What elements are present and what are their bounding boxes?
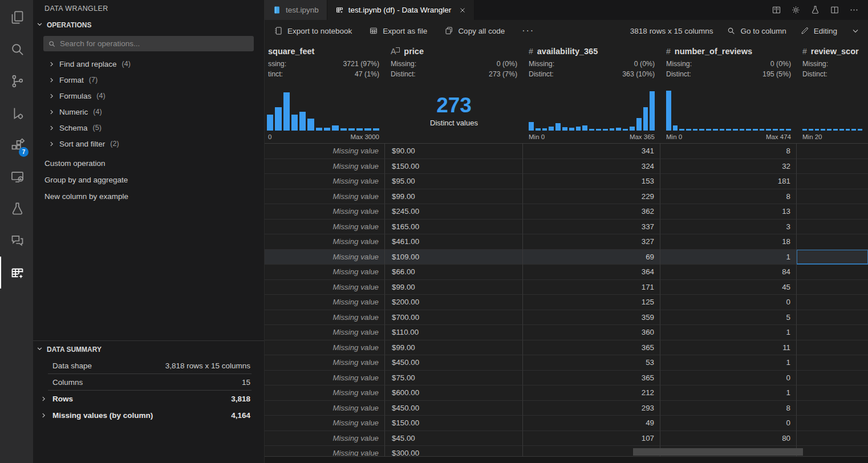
cell-review_scores[interactable]	[797, 401, 868, 416]
operation-group-schema[interactable]: Schema(5)	[33, 120, 264, 136]
cell-review_scores[interactable]	[797, 280, 868, 295]
export-as-file-button[interactable]: Export as file	[369, 26, 427, 35]
cell-square_feet[interactable]: Missing value	[265, 385, 385, 401]
cell-square_feet[interactable]: Missing value	[265, 159, 385, 174]
cell-square_feet[interactable]: Missing value	[265, 355, 385, 371]
summary-row-missing-values-by-column-[interactable]: Missing values (by column)4,164	[33, 407, 264, 424]
cell-price[interactable]: $165.00	[385, 220, 523, 235]
cell-review_scores[interactable]	[797, 144, 868, 159]
cell-review_scores[interactable]	[797, 371, 868, 386]
cell-number_of_reviews[interactable]: 11	[660, 340, 797, 356]
cell-price[interactable]: $110.00	[385, 325, 523, 340]
cell-number_of_reviews[interactable]: 3	[660, 220, 797, 235]
export-to-notebook-button[interactable]: Export to notebook	[274, 26, 352, 35]
cell-price[interactable]: $99.00	[385, 340, 523, 356]
cell-review_scores[interactable]	[797, 325, 868, 340]
cell-number_of_reviews[interactable]: 1	[660, 325, 797, 340]
cell-square_feet[interactable]: Missing value	[265, 174, 385, 189]
cell-number_of_reviews[interactable]: 1	[660, 250, 797, 265]
cell-square_feet[interactable]: Missing value	[265, 295, 385, 310]
selected-cell[interactable]	[797, 250, 868, 265]
cell-review_scores[interactable]	[797, 310, 868, 326]
cell-availability_365[interactable]: 212	[523, 385, 660, 401]
cell-price[interactable]: $461.00	[385, 234, 523, 250]
cell-price[interactable]: $450.00	[385, 401, 523, 416]
cell-review_scores[interactable]	[797, 355, 868, 371]
column-header-price[interactable]: ApriceMissing:0 (0%)Distinct:273 (7%)273…	[385, 42, 523, 143]
cell-square_feet[interactable]: Missing value	[265, 280, 385, 295]
cell-price[interactable]: $600.00	[385, 385, 523, 401]
activity-item-test-beaker[interactable]	[0, 193, 33, 225]
cell-review_scores[interactable]	[797, 295, 868, 310]
cell-review_scores[interactable]	[797, 234, 868, 250]
cell-price[interactable]: $700.00	[385, 310, 523, 326]
cell-number_of_reviews[interactable]: 0	[660, 371, 797, 386]
cell-availability_365[interactable]: 327	[523, 234, 660, 250]
tab-data-wrangler[interactable]: test.ipynb (df) - Data Wrangler	[327, 0, 475, 20]
column-header-review_scores[interactable]: #review_scorMissing:Distinct:Min 20	[797, 42, 868, 143]
activity-item-run-debug[interactable]	[0, 97, 33, 129]
column-header-number_of_reviews[interactable]: #number_of_reviewsMissing:0 (0%)Distinct…	[660, 42, 797, 143]
cell-price[interactable]: $450.00	[385, 355, 523, 371]
cell-square_feet[interactable]: Missing value	[265, 310, 385, 326]
cell-number_of_reviews[interactable]: 13	[660, 204, 797, 220]
activity-item-remote-explorer[interactable]	[0, 161, 33, 193]
operation-group-find-and-replace[interactable]: Find and replace(4)	[33, 56, 264, 72]
activity-item-comments[interactable]	[0, 225, 33, 257]
cell-availability_365[interactable]: 125	[523, 295, 660, 310]
operations-search[interactable]	[43, 36, 254, 51]
go-to-column-button[interactable]: Go to column	[727, 26, 786, 35]
cell-availability_365[interactable]: 49	[523, 416, 660, 431]
cell-number_of_reviews[interactable]: 45	[660, 280, 797, 295]
cell-number_of_reviews[interactable]: 32	[660, 159, 797, 174]
operations-section-header[interactable]: OPERATIONS	[33, 17, 264, 33]
cell-availability_365[interactable]: 153	[523, 174, 660, 189]
cell-number_of_reviews[interactable]: 84	[660, 265, 797, 280]
cell-number_of_reviews[interactable]: 1	[660, 385, 797, 401]
cell-review_scores[interactable]	[797, 159, 868, 174]
cell-price[interactable]: $99.00	[385, 280, 523, 295]
cell-price[interactable]: $300.00	[385, 446, 523, 456]
cell-price[interactable]: $200.00	[385, 295, 523, 310]
operation-action-group-by-and-aggregate[interactable]: Group by and aggregate	[33, 172, 264, 188]
cell-number_of_reviews[interactable]: 5	[660, 310, 797, 326]
cell-square_feet[interactable]: Missing value	[265, 265, 385, 280]
cell-review_scores[interactable]	[797, 416, 868, 431]
activity-item-search[interactable]	[0, 33, 33, 65]
cell-number_of_reviews[interactable]: 1	[660, 355, 797, 371]
gear-icon[interactable]	[791, 5, 801, 15]
cell-price[interactable]: $75.00	[385, 371, 523, 386]
cell-square_feet[interactable]: Missing value	[265, 234, 385, 250]
operation-group-format[interactable]: Format(7)	[33, 72, 264, 88]
panel-chevron-button[interactable]	[851, 26, 860, 35]
cell-review_scores[interactable]	[797, 446, 868, 456]
cell-price[interactable]: $109.00	[385, 250, 523, 265]
cell-availability_365[interactable]: 360	[523, 325, 660, 340]
cell-number_of_reviews[interactable]: 8	[660, 144, 797, 159]
cell-price[interactable]: $99.00	[385, 189, 523, 205]
cell-square_feet[interactable]: Missing value	[265, 189, 385, 205]
cell-square_feet[interactable]: Missing value	[265, 220, 385, 235]
close-icon[interactable]	[459, 7, 466, 14]
cell-square_feet[interactable]: Missing value	[265, 340, 385, 356]
cell-availability_365[interactable]: 341	[523, 144, 660, 159]
copy-all-code-button[interactable]: Copy all code	[444, 26, 505, 35]
cell-availability_365[interactable]: 324	[523, 159, 660, 174]
cell-square_feet[interactable]: Missing value	[265, 325, 385, 340]
cell-price[interactable]: $150.00	[385, 159, 523, 174]
cell-price[interactable]: $90.00	[385, 144, 523, 159]
cell-availability_365[interactable]: 53	[523, 355, 660, 371]
activity-item-explorer[interactable]	[0, 1, 33, 33]
operations-search-input[interactable]	[60, 39, 249, 48]
cell-availability_365[interactable]: 337	[523, 220, 660, 235]
cell-review_scores[interactable]	[797, 340, 868, 356]
cell-availability_365[interactable]: 107	[523, 431, 660, 446]
cell-number_of_reviews[interactable]: 0	[660, 295, 797, 310]
tab-test-ipynb[interactable]: test.ipynb	[265, 0, 327, 20]
cell-price[interactable]: $45.00	[385, 431, 523, 446]
cell-review_scores[interactable]	[797, 189, 868, 205]
cell-number_of_reviews[interactable]: 80	[660, 431, 797, 446]
horizontal-scrollbar[interactable]	[633, 448, 803, 456]
cell-square_feet[interactable]: Missing value	[265, 446, 385, 456]
cell-price[interactable]: $95.00	[385, 174, 523, 189]
